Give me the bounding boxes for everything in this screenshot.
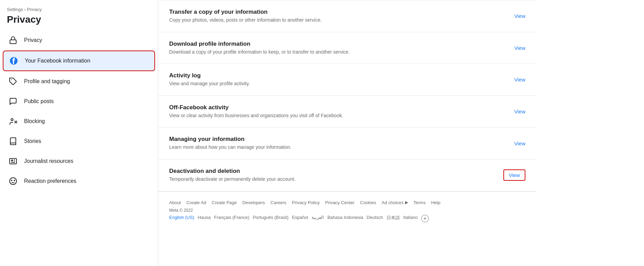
section-off-facebook-view[interactable]: View <box>507 109 525 114</box>
block-user-icon <box>7 115 19 128</box>
section-download-profile-view[interactable]: View <box>507 45 525 51</box>
svg-point-10 <box>14 180 15 181</box>
sidebar-item-reaction-label: Reaction preferences <box>24 178 76 184</box>
section-managing-info-view[interactable]: View <box>507 141 525 146</box>
footer-link-create-ad[interactable]: Create Ad <box>186 200 206 205</box>
section-transfer-copy-desc: Copy your photos, videos, posts or other… <box>169 17 375 24</box>
svg-point-7 <box>11 160 13 161</box>
main-content: Transfer a copy of your information Copy… <box>158 0 644 266</box>
breadcrumb-settings[interactable]: Settings <box>7 7 23 12</box>
svg-point-8 <box>10 178 17 185</box>
breadcrumb-current: Privacy <box>27 7 42 12</box>
section-off-facebook-desc: View or clear activity from businesses a… <box>169 112 375 119</box>
footer-link-about[interactable]: About <box>169 200 181 205</box>
section-transfer-copy-view[interactable]: View <box>507 13 525 19</box>
footer-languages: English (US) Hausa Français (France) Por… <box>169 215 525 222</box>
section-managing-info-info: Managing your information Learn more abo… <box>169 136 507 151</box>
sidebar-item-blocking[interactable]: Blocking <box>3 112 155 131</box>
sidebar-item-profile-tagging-label: Profile and tagging <box>24 78 70 85</box>
svg-rect-0 <box>10 40 16 44</box>
sidebar-item-public-posts-label: Public posts <box>24 98 54 104</box>
content-area: Transfer a copy of your information Copy… <box>158 0 536 231</box>
lock-icon <box>7 34 19 46</box>
sidebar-item-facebook-info-label: Your Facebook information <box>25 58 90 64</box>
section-activity-log-title: Activity log <box>169 72 507 79</box>
tag-icon <box>7 75 19 88</box>
sidebar-item-blocking-label: Blocking <box>24 118 45 124</box>
section-activity-log: Activity log View and manage your profil… <box>158 64 536 96</box>
footer-lang-pt[interactable]: Português (Brasil) <box>253 215 288 222</box>
add-language-button[interactable]: + <box>421 215 429 222</box>
section-managing-info-desc: Learn more about how you can manage your… <box>169 144 375 151</box>
section-off-facebook-title: Off-Facebook activity <box>169 104 507 111</box>
section-deactivation: Deactivation and deletion Temporarily de… <box>158 159 536 191</box>
section-transfer-copy-info: Transfer a copy of your information Copy… <box>169 9 507 24</box>
footer-link-terms[interactable]: Terms <box>414 200 426 205</box>
footer: About Create Ad Create Page Developers C… <box>158 191 536 231</box>
section-deactivation-desc: Temporarily deactivate or permanently de… <box>169 176 375 183</box>
section-off-facebook: Off-Facebook activity View or clear acti… <box>158 96 536 128</box>
section-activity-log-info: Activity log View and manage your profil… <box>169 72 507 87</box>
emoji-icon <box>7 175 19 187</box>
footer-link-developers[interactable]: Developers <box>242 200 265 205</box>
footer-link-help[interactable]: Help <box>431 200 440 205</box>
section-activity-log-view[interactable]: View <box>507 77 525 82</box>
book-icon <box>7 135 19 147</box>
section-transfer-copy-title: Transfer a copy of your information <box>169 9 507 15</box>
facebook-circle-icon <box>8 55 20 67</box>
sidebar-item-reaction[interactable]: Reaction preferences <box>3 171 155 191</box>
section-deactivation-view[interactable]: View <box>503 169 525 181</box>
ad-choices-icon: ▶ <box>405 200 408 205</box>
section-managing-info: Managing your information Learn more abo… <box>158 128 536 159</box>
breadcrumb-separator: › <box>24 7 26 12</box>
sidebar-item-public-posts[interactable]: Public posts <box>3 92 155 111</box>
footer-lang-ja[interactable]: 日本語 <box>386 215 400 222</box>
footer-link-ad-choices[interactable]: Ad choices <box>382 200 404 205</box>
section-deactivation-info: Deactivation and deletion Temporarily de… <box>169 168 503 183</box>
footer-lang-ar[interactable]: العربية <box>312 215 324 222</box>
footer-lang-en[interactable]: English (US) <box>169 215 194 222</box>
svg-point-3 <box>11 119 13 121</box>
footer-link-careers[interactable]: Careers <box>271 200 286 205</box>
footer-lang-es[interactable]: Español <box>292 215 308 222</box>
sidebar-item-privacy-label: Privacy <box>24 37 42 43</box>
footer-copyright: Meta © 2022 <box>169 208 525 213</box>
footer-lang-hausa[interactable]: Hausa <box>198 215 211 222</box>
footer-lang-id[interactable]: Bahasa Indonesia <box>327 215 363 222</box>
footer-lang-de[interactable]: Deutsch <box>367 215 383 222</box>
sidebar-item-journalist[interactable]: Journalist resources <box>3 152 155 171</box>
footer-links: About Create Ad Create Page Developers C… <box>169 200 525 205</box>
sidebar-item-privacy[interactable]: Privacy <box>3 31 155 50</box>
comment-icon <box>7 95 19 108</box>
footer-link-privacy-policy[interactable]: Privacy Policy <box>292 200 320 205</box>
section-download-profile: Download profile information Download a … <box>158 32 536 64</box>
sidebar-item-profile-tagging[interactable]: Profile and tagging <box>3 72 155 91</box>
svg-rect-6 <box>10 158 17 164</box>
footer-lang-it[interactable]: Italiano <box>403 215 418 222</box>
section-download-profile-title: Download profile information <box>169 41 507 47</box>
page-title: Privacy <box>3 12 155 31</box>
footer-link-privacy-center[interactable]: Privacy Center <box>325 200 354 205</box>
sidebar-item-journalist-label: Journalist resources <box>24 158 73 164</box>
section-transfer-copy: Transfer a copy of your information Copy… <box>158 0 536 32</box>
badge-icon <box>7 155 19 167</box>
breadcrumb: Settings › Privacy <box>3 5 155 12</box>
sidebar: Settings › Privacy Privacy Privacy <box>0 0 158 266</box>
sidebar-item-facebook-info[interactable]: Your Facebook information <box>3 51 155 71</box>
section-download-profile-info: Download profile information Download a … <box>169 41 507 56</box>
sidebar-item-stories-label: Stories <box>24 138 41 144</box>
sidebar-item-stories[interactable]: Stories <box>3 132 155 151</box>
footer-link-cookies[interactable]: Cookies <box>360 200 376 205</box>
footer-lang-fr[interactable]: Français (France) <box>214 215 250 222</box>
footer-link-create-page[interactable]: Create Page <box>212 200 237 205</box>
section-activity-log-desc: View and manage your profile activity. <box>169 80 375 87</box>
section-managing-info-title: Managing your information <box>169 136 507 143</box>
section-deactivation-title: Deactivation and deletion <box>169 168 503 175</box>
svg-point-9 <box>11 180 12 181</box>
section-download-profile-desc: Download a copy of your profile informat… <box>169 49 375 56</box>
section-off-facebook-info: Off-Facebook activity View or clear acti… <box>169 104 507 119</box>
